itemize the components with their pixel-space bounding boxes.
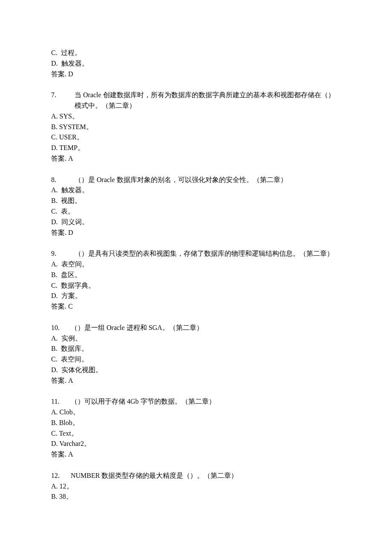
option-a: A. 实例。 — [51, 333, 341, 344]
option-b: B. SYSTEM。 — [51, 122, 341, 133]
question-number: 12. — [51, 471, 71, 481]
option-d: D. Varchar2。 — [51, 439, 341, 449]
document-page: C. 过程。 D. 触发器。 答案. D 7. 当 Oracle 创建数据库时，… — [0, 0, 392, 528]
spacer — [51, 312, 341, 323]
answer-line: 答案. A — [51, 376, 341, 386]
spacer — [51, 164, 341, 175]
question-stem: 11. （）可以用于存储 4Gb 字节的数据。（第二章） — [51, 396, 341, 407]
option-c: C. 表。 — [51, 206, 341, 217]
question-number: 7. — [51, 90, 75, 111]
answer-line: 答案. A — [51, 449, 341, 460]
question-text: （）是具有只读类型的表和视图集，存储了数据库的物理和逻辑结构信息。（第二章） — [75, 249, 341, 259]
answer-line: 答案. C — [51, 301, 341, 312]
option-a: A. 12。 — [51, 481, 341, 492]
question-number: 11. — [51, 396, 71, 407]
option-b: B. 38。 — [51, 491, 341, 502]
question-stem: 12. NUMBER 数据类型存储的最大精度是（）。（第二章） — [51, 471, 341, 481]
question-number: 8. — [51, 175, 75, 185]
option-d: D. 实体化视图。 — [51, 365, 341, 376]
option-d: D. 方案。 — [51, 291, 341, 301]
answer-line: 答案. A — [51, 153, 341, 164]
option-c: C. Text。 — [51, 428, 341, 439]
spacer — [51, 79, 341, 90]
option-a: A. SYS。 — [51, 111, 341, 122]
option-d: D. TEMP。 — [51, 143, 341, 153]
question-text: （）是 Oracle 数据库对象的别名，可以强化对象的安全性。（第二章） — [75, 175, 341, 185]
option-a: A. 表空间。 — [51, 259, 341, 270]
question-number: 10. — [51, 323, 71, 333]
spacer — [51, 238, 341, 249]
question-text: （）可以用于存储 4Gb 字节的数据。（第二章） — [71, 396, 341, 407]
option-d: D. 同义词。 — [51, 217, 341, 228]
option-a: A. 触发器。 — [51, 185, 341, 196]
question-stem: 7. 当 Oracle 创建数据库时，所有为数据库的数据字典所建立的基本表和视图… — [51, 90, 341, 111]
option-b: B. 数据库。 — [51, 344, 341, 354]
question-stem: 8. （）是 Oracle 数据库对象的别名，可以强化对象的安全性。（第二章） — [51, 175, 341, 185]
option-b: B. Blob。 — [51, 418, 341, 428]
question-text: NUMBER 数据类型存储的最大精度是（）。（第二章） — [71, 471, 341, 481]
option-c: C. USER。 — [51, 132, 341, 143]
question-stem: 9. （）是具有只读类型的表和视图集，存储了数据库的物理和逻辑结构信息。（第二章… — [51, 249, 341, 259]
option-a: A. Clob。 — [51, 407, 341, 418]
option-b: B. 视图。 — [51, 196, 341, 206]
question-stem: 10. （）是一组 Oracle 进程和 SGA。（第二章） — [51, 323, 341, 333]
question-text: 当 Oracle 创建数据库时，所有为数据库的数据字典所建立的基本表和视图都存储… — [75, 90, 341, 111]
option-d: D. 触发器。 — [51, 58, 341, 69]
spacer — [51, 386, 341, 397]
spacer — [51, 460, 341, 471]
option-c: C. 数据字典。 — [51, 280, 341, 291]
answer-line: 答案. D — [51, 69, 341, 80]
option-c: C. 过程。 — [51, 48, 341, 58]
question-number: 9. — [51, 249, 75, 259]
answer-line: 答案. D — [51, 228, 341, 238]
option-b: B. 盘区。 — [51, 270, 341, 280]
option-c: C. 表空间。 — [51, 354, 341, 365]
question-text: （）是一组 Oracle 进程和 SGA。（第二章） — [71, 323, 341, 333]
